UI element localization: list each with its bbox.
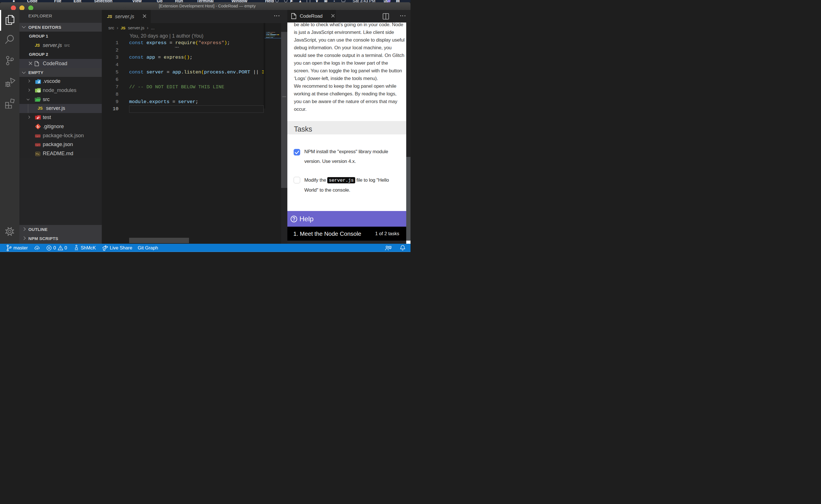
svg-text:JS: JS xyxy=(38,90,40,92)
svg-text:npm: npm xyxy=(36,144,40,146)
svg-text:npm: npm xyxy=(36,135,40,137)
